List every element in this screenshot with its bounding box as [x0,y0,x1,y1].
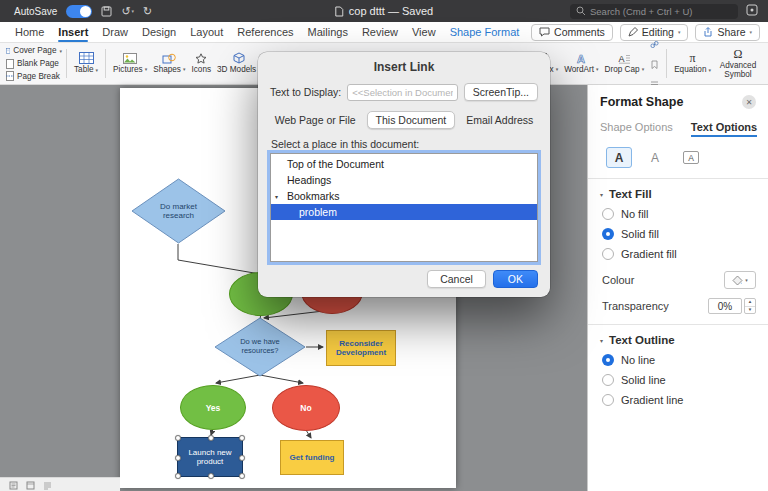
radio-circle[interactable] [602,248,614,260]
disclosure-triangle-icon[interactable]: ▾ [275,193,287,200]
radio-no-line[interactable]: No line [600,354,756,366]
screentip-button[interactable]: ScreenTip... [464,83,538,101]
tab-draw[interactable]: Draw [102,22,128,42]
text-outline-section-header[interactable]: ▾ Text Outline [600,334,756,346]
advanced-symbol-button[interactable]: Ω Advanced Symbol [714,45,762,82]
colour-picker-button[interactable]: ▾ [724,271,756,289]
flowchart-diamond-market-research[interactable]: Do market research [131,178,226,244]
radio-no-fill[interactable]: No fill [600,208,756,220]
selection-handle[interactable] [208,473,214,479]
pictures-icon [123,53,137,64]
flowchart-box-get-funding[interactable]: Get funding [280,440,344,475]
autosave-toggle[interactable] [66,5,92,18]
radio-gradient-fill[interactable]: Gradient fill [600,248,756,260]
svg-text:A: A [618,53,624,63]
word-window: AutoSave ↺▾ ↻ cop dttt — Saved Home Inse… [0,0,768,491]
selection-handle[interactable] [175,473,181,479]
flowchart-ellipse-yes[interactable]: Yes [180,385,246,430]
equation-button[interactable]: π Equation▾ [671,45,714,82]
radio-solid-fill[interactable]: Solid fill [600,228,756,240]
tab-shape-options[interactable]: Shape Options [600,121,673,137]
dialog-tab-this-document[interactable]: This Document [367,111,456,129]
selection-handle[interactable] [175,435,181,441]
tab-home[interactable]: Home [15,22,44,42]
share-icon [703,27,713,37]
tab-mailings[interactable]: Mailings [308,22,348,42]
app-menu-icon[interactable] [746,2,758,20]
text-fill-icon[interactable]: A [606,147,632,168]
dialog-tab-web-page-or-file[interactable]: Web Page or File [266,111,365,129]
tab-insert[interactable]: Insert [58,22,88,42]
wordart-button[interactable]: A WordArt▾ [561,45,601,82]
list-item-problem[interactable]: problem [271,204,537,220]
text-fill-section-header[interactable]: ▾ Text Fill [600,188,756,200]
cancel-button[interactable]: Cancel [427,270,486,288]
stepper-up-icon[interactable]: ▲ [745,299,755,307]
tab-design[interactable]: Design [142,22,176,42]
chevron-down-icon: ▾ [59,48,62,54]
page-break-button[interactable]: Page Break [6,70,62,82]
stepper-down-icon[interactable]: ▼ [745,307,755,314]
cover-page-button[interactable]: Cover Page▾ [6,45,62,57]
list-item-bookmarks[interactable]: ▾ Bookmarks [271,188,537,204]
save-icon[interactable] [101,6,112,17]
text-to-display-input[interactable] [347,84,458,101]
web-layout-view-icon[interactable] [26,476,35,491]
chevron-down-icon: ▾ [556,67,559,72]
table-button[interactable]: Table▾ [71,45,101,82]
flowchart-box-launch[interactable]: Launch new product [177,437,243,477]
transparency-value-input[interactable]: 0% [708,298,742,314]
tab-references[interactable]: References [237,22,293,42]
undo-button[interactable]: ↺▾ [121,6,134,17]
ok-button[interactable]: OK [493,270,538,288]
text-effects-icon[interactable]: A [642,147,668,168]
3d-models-button[interactable]: 3D Models▾ [214,45,264,82]
list-item-top-of-document[interactable]: Top of the Document [271,156,537,172]
dialog-tab-email-address[interactable]: Email Address [457,111,542,129]
share-button[interactable]: Share ▾ [695,24,760,41]
radio-circle[interactable] [602,394,614,406]
radio-gradient-line[interactable]: Gradient line [600,394,756,406]
radio-circle[interactable] [602,208,614,220]
search-field[interactable] [570,4,738,19]
radio-circle[interactable] [602,374,614,386]
draft-view-icon[interactable] [43,476,52,491]
chevron-down-icon: ▾ [145,67,148,72]
search-input[interactable] [590,6,732,17]
shapes-button[interactable]: Shapes▾ [150,45,188,82]
flowchart-box-reconsider[interactable]: Reconsider Development [326,330,396,366]
selection-handle[interactable] [239,435,245,441]
tab-view[interactable]: View [412,22,436,42]
icons-button[interactable]: Icons [188,45,214,82]
flowchart-diamond-resources[interactable]: Do we have resources? [214,317,306,377]
blank-page-button[interactable]: Blank Page [6,58,62,70]
close-icon[interactable]: ✕ [742,95,756,109]
document-places-list[interactable]: Top of the Document Headings ▾ Bookmarks… [270,153,538,262]
flowchart-ellipse-no[interactable]: No [272,385,340,431]
paint-bucket-icon [732,275,743,286]
pictures-button[interactable]: Pictures▾ [110,45,150,82]
chevron-down-icon: ▾ [600,337,603,344]
radio-solid-line[interactable]: Solid line [600,374,756,386]
tab-shape-format[interactable]: Shape Format [450,22,520,42]
svg-text:A: A [577,53,585,64]
tab-text-options[interactable]: Text Options [691,121,757,137]
selection-handle[interactable] [175,455,181,461]
tab-review[interactable]: Review [362,22,398,42]
tab-layout[interactable]: Layout [190,22,223,42]
comments-button[interactable]: Comments [531,24,613,41]
bookmark-icon[interactable] [650,55,659,73]
redo-button[interactable]: ↻ [143,6,152,17]
transparency-stepper[interactable]: ▲▼ [744,298,756,314]
text-box-layout-icon[interactable]: A [678,147,704,168]
drop-cap-button[interactable]: A Drop Cap▾ [602,45,648,82]
selection-handle[interactable] [208,435,214,441]
print-layout-view-icon[interactable] [9,476,18,491]
radio-circle-selected[interactable] [602,354,614,366]
selection-handle[interactable] [239,473,245,479]
list-item-headings[interactable]: Headings [271,172,537,188]
selection-handle[interactable] [239,455,245,461]
link-icon[interactable] [650,35,659,53]
chevron-down-icon: ▾ [708,68,711,73]
radio-circle-selected[interactable] [602,228,614,240]
